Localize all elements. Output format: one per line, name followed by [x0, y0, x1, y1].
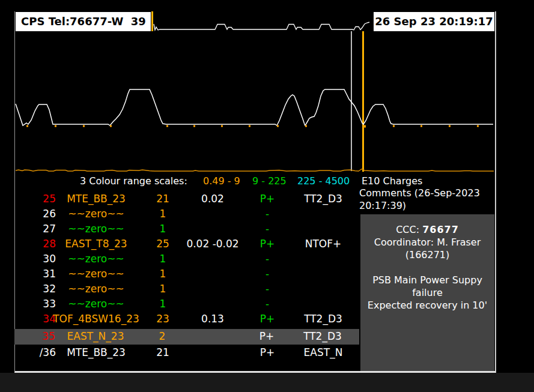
comments-header: Comments (26-Sep-2023 20:17:39): [359, 187, 496, 212]
cycle-value-cell: 0.02 -0.02: [177, 237, 249, 252]
cycle-value-cell: [176, 329, 248, 345]
ccc-number: 76677: [422, 224, 459, 235]
cycle-value-cell: [177, 267, 249, 282]
bottom-strip: [0, 373, 534, 392]
cycle-user-count-cell: 25: [145, 237, 181, 252]
colour-scale-unit: E10 Charges: [362, 175, 422, 187]
cycle-value-cell: [177, 252, 249, 267]
cycle-user-count-cell: 2: [144, 329, 180, 345]
cycle-value-cell: [177, 282, 249, 297]
cycle-value-cell: 0.02: [177, 191, 249, 207]
comments-panel: CCC: 76677 Coordinator: M. Fraser (16627…: [360, 214, 494, 371]
cycle-polarity-cell: -: [252, 222, 282, 237]
cycle-polarity-cell: P+: [252, 345, 282, 360]
colour-scale-mid-range: 9 - 225: [252, 175, 287, 187]
coordinator-id: (166271): [360, 249, 494, 261]
table-row-cycle-36: /36MTE_BB_2321P+EAST_N: [15, 345, 359, 360]
cycle-polarity-cell: -: [252, 297, 282, 312]
table-row-cycle-28: 28EAST_T8_23250.02 -0.02P+NTOF+: [15, 237, 359, 252]
cycle-boundary-dots: [26, 125, 479, 128]
supercycle-mini-trace: [153, 11, 374, 31]
cycle-polarity-cell: P+: [252, 237, 282, 252]
cycle-polarity-cell: P+: [252, 312, 282, 327]
table-row-cycle-35: 35EAST_N_232P+TT2_D3: [14, 329, 359, 345]
cycle-name-cell: ~~zero~~: [42, 297, 150, 312]
cycle-name-cell: MTE_BB_23: [42, 191, 150, 207]
comments-spacer: [360, 261, 494, 274]
cycle-name-cell: ~~zero~~: [42, 282, 150, 297]
table-row-cycle-33: 33~~zero~~1-: [15, 297, 359, 312]
table-row-cycle-26: 26~~zero~~1-: [15, 207, 359, 222]
ccc-line: CCC: 76677: [360, 223, 494, 236]
comment-message-line3: Expected recovery in 10': [360, 299, 494, 312]
cycle-user-count-cell: 23: [145, 312, 181, 327]
clock: 26 Sep 23 20:19:17: [374, 12, 494, 31]
cycle-destination-cell: [290, 267, 356, 282]
cycle-destination-cell: TT2_D3: [290, 329, 356, 345]
cycle-polarity-cell: -: [252, 207, 282, 222]
cycle-name-cell: TOF_4BSW16_23: [42, 312, 150, 327]
cycle-user-count-cell: 1: [145, 252, 181, 267]
cycle-user-count-cell: 21: [145, 191, 181, 207]
vistar-screen: { "header": { "title": "CPS Tel:76677-W …: [0, 0, 534, 392]
ccc-label: CCC:: [396, 224, 422, 235]
cycle-value-cell: 0.13: [177, 312, 249, 327]
table-row-cycle-32: 32~~zero~~1-: [15, 282, 359, 297]
cycle-destination-cell: TT2_D3: [290, 312, 356, 327]
cycle-polarity-cell: -: [252, 252, 282, 267]
cycle-destination-cell: [290, 207, 356, 222]
cycle-value-cell: [177, 345, 249, 360]
display-area: CPS Tel:76677-W 39 26 Sep 23 20:19:17 3 …: [14, 11, 496, 373]
coordinator-line: Coordinator: M. Fraser: [360, 236, 494, 249]
cycle-user-count-cell: 1: [145, 282, 181, 297]
cycle-polarity-cell: P+: [252, 329, 282, 345]
colour-scale-low-range: 0.49 - 9: [203, 175, 240, 187]
cycle-destination-cell: [290, 282, 356, 297]
cycle-name-cell: ~~zero~~: [42, 207, 150, 222]
comment-message-line2: failure: [360, 286, 494, 299]
table-row-cycle-30: 30~~zero~~1-: [15, 252, 359, 267]
cycle-user-count-cell: 21: [145, 345, 181, 360]
table-row-cycle-25: 25MTE_BB_23210.02P+TT2_D3: [15, 191, 359, 207]
cycle-name-cell: ~~zero~~: [42, 252, 150, 267]
cycle-user-count-cell: 1: [145, 267, 181, 282]
cycle-polarity-cell: P+: [252, 191, 282, 207]
cycle-destination-cell: [290, 297, 356, 312]
cycle-name-cell: ~~zero~~: [42, 222, 150, 237]
cycle-polarity-cell: -: [252, 267, 282, 282]
cycle-value-cell: [177, 297, 249, 312]
table-row-cycle-34: 34TOF_4BSW16_23230.13P+TT2_D3: [15, 312, 359, 327]
baseline-trace: [16, 169, 494, 172]
cycle-value-cell: [177, 222, 249, 237]
cycle-destination-cell: EAST_N: [290, 345, 356, 360]
cycle-destination-cell: NTOF+: [290, 237, 356, 252]
cycle-destination-cell: [290, 252, 356, 267]
table-row-cycle-27: 27~~zero~~1-: [15, 222, 359, 237]
cycle-user-count-cell: 1: [145, 297, 181, 312]
cycle-name-cell: EAST_N_23: [41, 329, 150, 345]
colour-scale-high-range: 225 - 4500: [297, 175, 350, 187]
cycle-value-cell: [177, 207, 249, 222]
cycle-destination-cell: [290, 222, 356, 237]
cycle-user-count-cell: 1: [145, 207, 181, 222]
cycle-name-cell: EAST_T8_23: [42, 237, 150, 252]
cycle-destination-cell: TT2_D3: [290, 191, 356, 207]
cycle-polarity-cell: -: [252, 282, 282, 297]
page-title: CPS Tel:76677-W 39: [16, 12, 151, 31]
beam-intensity-chart: [15, 31, 494, 174]
cycle-name-cell: MTE_BB_23: [42, 345, 150, 360]
cycle-user-count-cell: 1: [145, 222, 181, 237]
intensity-trace: [16, 89, 493, 125]
comment-message-line1: PSB Main Power Suppy: [360, 274, 494, 286]
colour-scale-label: 3 Colour range scales:: [80, 175, 187, 187]
table-row-cycle-31: 31~~zero~~1-: [15, 267, 359, 282]
cycle-name-cell: ~~zero~~: [42, 267, 150, 282]
